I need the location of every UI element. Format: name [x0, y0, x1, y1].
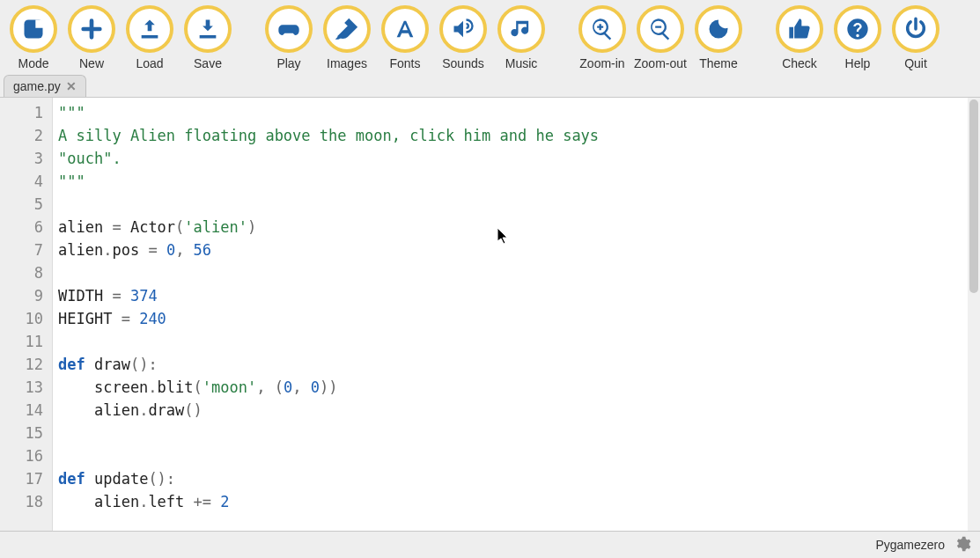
new-button[interactable]: New [65, 5, 118, 70]
code-line[interactable]: alien.left += 2 [58, 490, 975, 513]
line-number: 1 [0, 101, 52, 124]
mode-label: Mode [18, 56, 48, 70]
status-mode: Pygamezero [875, 538, 945, 552]
code-line[interactable]: "ouch". [58, 147, 975, 170]
help-button[interactable]: Help [831, 5, 884, 70]
line-number: 10 [0, 307, 52, 330]
line-number: 6 [0, 216, 52, 239]
font-icon [381, 5, 429, 53]
load-button[interactable]: Load [123, 5, 176, 70]
toolbar: ModeNewLoadSavePlayImagesFontsSoundsMusi… [0, 0, 980, 72]
line-number: 17 [0, 467, 52, 490]
sounds-button[interactable]: Sounds [437, 5, 490, 70]
check-label: Check [782, 56, 817, 70]
gear-icon[interactable] [954, 535, 971, 555]
zoomout-icon [637, 5, 684, 53]
quit-label: Quit [904, 56, 927, 70]
close-icon[interactable]: ✕ [66, 79, 77, 93]
code-line[interactable] [58, 261, 975, 284]
line-number: 9 [0, 284, 52, 307]
music-icon [497, 5, 545, 53]
code-line[interactable]: alien.draw() [58, 399, 975, 422]
new-label: New [79, 56, 104, 70]
line-number: 5 [0, 193, 52, 216]
scrollbar-vertical[interactable] [968, 98, 980, 531]
line-number: 12 [0, 353, 52, 376]
play-button[interactable]: Play [262, 5, 315, 70]
tab-bar: game.py ✕ [0, 72, 980, 97]
code-line[interactable] [58, 193, 975, 216]
line-number: 15 [0, 422, 52, 444]
scrollbar-thumb[interactable] [969, 99, 978, 293]
question-icon [834, 5, 881, 53]
zoomin-icon [578, 5, 626, 53]
line-number: 7 [0, 239, 52, 261]
status-bar: Pygamezero [0, 532, 980, 558]
tab-gamepy[interactable]: game.py ✕ [4, 75, 86, 97]
thumb-icon [776, 5, 823, 53]
quit-button[interactable]: Quit [889, 5, 942, 70]
fonts-label: Fonts [389, 56, 420, 70]
brush-icon [323, 5, 371, 53]
code-line[interactable] [58, 422, 975, 444]
line-number: 2 [0, 124, 52, 147]
music-button[interactable]: Music [495, 5, 548, 70]
line-number: 16 [0, 444, 52, 467]
save-label: Save [194, 56, 222, 70]
mode-icon [10, 5, 57, 53]
code-line[interactable]: """ [58, 170, 975, 193]
code-line[interactable]: A silly Alien floating above the moon, c… [58, 124, 975, 147]
plus-icon [68, 5, 115, 53]
line-number: 14 [0, 399, 52, 422]
line-number: 3 [0, 147, 52, 170]
tab-filename: game.py [13, 79, 61, 93]
line-number: 11 [0, 330, 52, 353]
code-line[interactable]: screen.blit('moon', (0, 0)) [58, 376, 975, 399]
upload-icon [126, 5, 173, 53]
code-line[interactable]: alien.pos = 0, 56 [58, 239, 975, 261]
zoomout-label: Zoom-out [634, 56, 687, 70]
save-button[interactable]: Save [181, 5, 234, 70]
download-icon [184, 5, 232, 53]
images-button[interactable]: Images [321, 5, 373, 70]
moon-icon [695, 5, 742, 53]
images-label: Images [327, 56, 367, 70]
code-line[interactable] [58, 330, 975, 353]
check-button[interactable]: Check [773, 5, 826, 70]
help-label: Help [845, 56, 871, 70]
code-line[interactable] [58, 444, 975, 467]
code-line[interactable]: alien = Actor('alien') [58, 216, 975, 239]
code-line[interactable]: def draw(): [58, 353, 975, 376]
code-area[interactable]: """A silly Alien floating above the moon… [53, 98, 980, 531]
load-label: Load [136, 56, 163, 70]
sounds-label: Sounds [442, 56, 483, 70]
code-line[interactable]: WIDTH = 374 [58, 284, 975, 307]
zoomin-button[interactable]: Zoom-in [576, 5, 629, 70]
theme-button[interactable]: Theme [692, 5, 745, 70]
code-line[interactable]: def update(): [58, 467, 975, 490]
fonts-button[interactable]: Fonts [379, 5, 431, 70]
line-number: 18 [0, 490, 52, 513]
zoomout-button[interactable]: Zoom-out [634, 5, 687, 70]
music-label: Music [505, 56, 538, 70]
line-gutter: 123456789101112131415161718 [0, 98, 53, 531]
editor[interactable]: 123456789101112131415161718 """A silly A… [0, 97, 980, 532]
play-label: Play [276, 56, 300, 70]
zoomin-label: Zoom-in [579, 56, 624, 70]
mode-button[interactable]: Mode [7, 5, 60, 70]
line-number: 4 [0, 170, 52, 193]
theme-label: Theme [699, 56, 738, 70]
volume-icon [439, 5, 487, 53]
gamepad-icon [265, 5, 313, 53]
power-icon [892, 5, 939, 53]
line-number: 8 [0, 261, 52, 284]
code-line[interactable]: HEIGHT = 240 [58, 307, 975, 330]
code-line[interactable]: """ [58, 101, 975, 124]
line-number: 13 [0, 376, 52, 399]
